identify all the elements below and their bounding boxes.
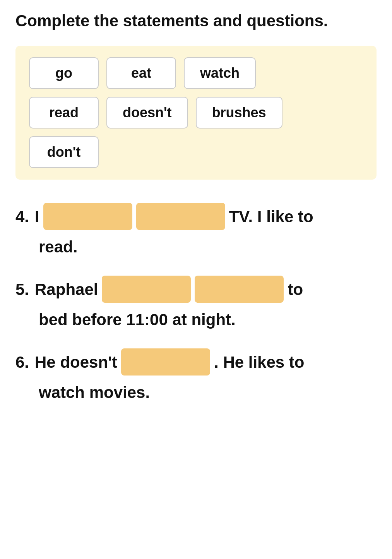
sentence-5-blank-2[interactable] [195, 276, 284, 303]
sentence-6-number: 6. [15, 350, 29, 374]
sentence-4-line: 4. I TV. I like to [15, 203, 377, 230]
word-chip-doesnt[interactable]: doesn't [106, 97, 188, 129]
sentence-6-line: 6. He doesn't . He likes to [15, 348, 377, 376]
sentence-6-text-he-likes: . He likes to [214, 350, 304, 374]
sentence-6-blank-1[interactable] [121, 348, 210, 376]
sentence-5: 5. Raphael to bed before 11:00 at night. [15, 276, 377, 329]
word-bank-row-1: go eat watch [29, 57, 363, 89]
word-chip-eat[interactable]: eat [106, 57, 176, 89]
sentence-5-number: 5. [15, 277, 29, 302]
word-chip-watch[interactable]: watch [184, 57, 256, 89]
word-bank-row-2: read doesn't brushes [29, 97, 363, 129]
word-chip-go[interactable]: go [29, 57, 99, 89]
sentence-6-word-he-doesnt: He doesn't [35, 350, 117, 374]
sentence-5-blank-1[interactable] [102, 276, 191, 303]
sentence-5-word-to: to [288, 277, 303, 302]
word-bank-row-3: don't [29, 136, 363, 168]
word-chip-brushes[interactable]: brushes [196, 97, 282, 129]
word-chip-read[interactable]: read [29, 97, 99, 129]
sentence-6-continuation: watch movies. [15, 383, 377, 402]
sentence-5-line: 5. Raphael to [15, 276, 377, 303]
word-bank: go eat watch read doesn't brushes don't [15, 46, 377, 180]
sentence-4-word-i: I [35, 204, 39, 229]
sentence-4: 4. I TV. I like to read. [15, 203, 377, 256]
sentence-5-word-raphael: Raphael [35, 277, 98, 302]
sentence-4-blank-2[interactable] [136, 203, 225, 230]
sentence-5-continuation: bed before 11:00 at night. [15, 310, 377, 329]
sentence-4-continuation: read. [15, 238, 377, 256]
sentence-4-number: 4. [15, 204, 29, 229]
sentences-container: 4. I TV. I like to read. 5. Raphael to b… [15, 203, 377, 402]
sentence-6: 6. He doesn't . He likes to watch movies… [15, 348, 377, 402]
page-title: Complete the statements and questions. [15, 12, 377, 30]
sentence-4-text-tv: TV. I like to [229, 204, 313, 229]
sentence-4-blank-1[interactable] [43, 203, 132, 230]
word-chip-dont[interactable]: don't [29, 136, 99, 168]
